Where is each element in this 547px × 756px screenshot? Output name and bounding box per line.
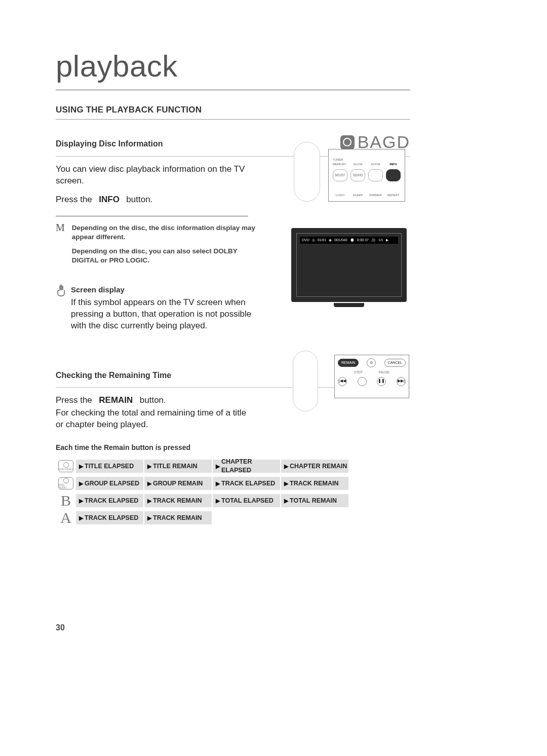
disc-video-icon: DVD-VIDEO [56,460,76,472]
arrow-icon: ▶ [284,497,288,505]
seq-cell: ▶TRACK REMAIN [144,511,213,524]
status-angle: 1/1 [378,238,383,242]
status-chapter: 001/040 [334,238,347,242]
remote-zero-button: 0 [367,358,376,367]
remote-remain-panel: REMAIN 0 CANCEL STEP PAUSE |◀◀ ❚❚ ▶▶| [334,355,409,398]
grid-label: ZOOM [371,162,380,166]
status-type: DVD [302,238,309,242]
tv-illustration: DVD ◎01/01 ◉001/040 ⌚0:00:37 🎥1/1 ▶ [291,228,407,302]
arrow-icon: ▶ [216,480,220,487]
info-divider [56,216,248,216]
note-marker-icon: M [56,222,65,271]
note-2: Depending on the disc, you can also sele… [72,247,264,265]
prev-track-icon: |◀◀ [338,377,347,386]
press-info-button: INFO [99,195,120,204]
remain-sequence-table: DVD-VIDEO ▶TITLE ELAPSED ▶TITLE REMAIN ▶… [56,458,349,526]
grid-label: REPEAT [387,193,400,197]
seq-cell: ▶TITLE REMAIN [144,460,213,473]
format-a-icon: A [56,508,76,528]
remote-button [368,169,383,182]
press-prefix: Press the [56,195,92,204]
note-block: M Depending on the disc, the disc inform… [56,223,274,271]
title-rule [56,90,410,90]
seq-cell: ▶GROUP REMAIN [144,477,213,490]
arrow-icon: ▶ [79,514,83,522]
section-rule [56,119,410,120]
grid-label: LOGO [336,193,344,197]
remote-button: MO/ST [333,169,347,182]
seq-cell: ▶TITLE ELAPSED [76,460,144,473]
remote-cancel-button: CANCEL [384,359,406,366]
remote-remain-button: REMAIN [338,359,359,366]
screen-display-row: Screen display If this symbol appears on… [56,285,274,332]
page-title: playback [56,46,410,87]
press-remain-button: REMAIN [99,395,133,405]
seq-cell: ▶GROUP ELAPSED [76,477,144,490]
palm-icon [56,284,67,297]
sequence-heading: Each time the Remain button is pressed [56,443,410,452]
press-prefix-2: Press the [56,395,92,405]
arrow-icon: ▶ [216,463,220,470]
remote-button-grid: TUNER MEMORY SLOW ZOOM INFO MO/ST SD/HD … [328,149,405,202]
arrow-icon: ▶ [147,480,151,487]
note-text: Depending on the disc, the disc informat… [72,223,264,271]
grid-label-info: INFO [389,162,397,166]
dvd-icon [340,135,355,149]
note-1: Depending on the disc, the disc informat… [72,223,264,242]
seq-cell: ▶TRACK REMAIN [281,477,349,490]
table-row: A ▶TRACK ELAPSED ▶TRACK REMAIN [56,509,349,526]
tv-screen: DVD ◎01/01 ◉001/040 ⌚0:00:37 🎥1/1 ▶ [296,233,402,297]
grid-label: SLEEP [353,193,363,197]
arrow-icon: ▶ [147,463,151,470]
seq-cell: ▶CHAPTER REMAIN [281,460,349,473]
table-row: B ▶TRACK ELAPSED ▶TRACK REMAIN ▶TOTAL EL… [56,492,349,509]
remain-body: For checking the total and remaining tim… [56,407,251,431]
remote-pause-label: PAUSE [379,370,390,375]
next-track-icon: ▶▶| [397,377,406,386]
status-time: 0:00:37 [357,238,369,242]
seq-cell: ▶CHAPTER ELAPSED [213,460,281,473]
screen-display-body: If this symbol appears on the TV screen … [71,297,258,332]
arrow-icon: ▶ [79,463,83,470]
grid-label: TUNER MEMORY [333,158,347,166]
step-button [358,377,367,386]
table-row: DVD-VIDEO ▶TITLE ELAPSED ▶TITLE REMAIN ▶… [56,458,349,475]
info-body-column: You can view disc playback information o… [56,164,274,332]
pause-button: ❚❚ [377,377,386,386]
seq-cell: ▶TRACK ELAPSED [213,477,281,490]
remote-illustration-1 [294,142,320,202]
arrow-icon: ▶ [147,497,151,505]
status-title: 01/01 [318,238,327,242]
table-row: DVD-AUDIO ▶GROUP ELAPSED ▶GROUP REMAIN ▶… [56,475,349,492]
arrow-icon: ▶ [79,480,83,487]
grid-label: DIMMER [369,193,381,197]
tv-status-bar: DVD ◎01/01 ◉001/040 ⌚0:00:37 🎥1/1 ▶ [300,237,398,244]
disc-audio-icon: DVD-AUDIO [56,477,76,489]
arrow-icon: ▶ [79,497,83,505]
remote-info-button [386,169,401,182]
arrow-icon: ▶ [216,497,220,505]
remote-button: SD/HD [350,169,365,182]
remote-illustration-2 [293,351,318,411]
arrow-icon: ▶ [284,463,288,470]
seq-cell: ▶TOTAL ELAPSED [213,494,281,507]
press-suffix-2: button. [140,395,166,405]
press-info-line: Press the INFO button. [56,194,274,206]
seq-cell: ▶TRACK REMAIN [144,494,213,507]
screen-display-title: Screen display [71,285,258,295]
arrow-icon: ▶ [284,480,288,487]
grid-label: SLOW [354,162,363,166]
info-body: You can view disc playback information o… [56,164,251,187]
press-suffix: button. [126,195,152,204]
remote-step-label: STEP [354,370,363,375]
seq-cell: ▶TRACK ELAPSED [76,494,144,507]
page-number: 30 [56,622,65,633]
seq-cell: ▶TRACK ELAPSED [76,511,144,524]
section-using-playback: USING THE PLAYBACK FUNCTION [56,104,410,116]
arrow-icon: ▶ [147,514,151,522]
remain-heading: Checking the Remaining Time [56,370,171,381]
info-heading: Displaying Disc Information [56,138,163,149]
seq-cell: ▶TOTAL REMAIN [281,494,349,507]
